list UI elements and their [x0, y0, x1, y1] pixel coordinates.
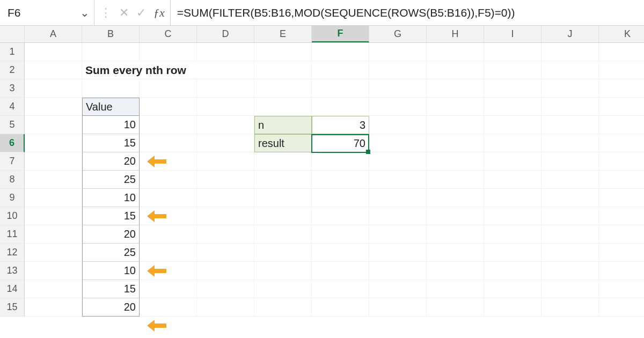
cell-A15[interactable]	[25, 298, 82, 317]
cell-I14[interactable]	[484, 280, 541, 298]
cell-F14[interactable]	[312, 280, 369, 298]
cell-J10[interactable]	[541, 207, 599, 225]
cell-A1[interactable]	[25, 43, 82, 61]
cell-C5[interactable]	[140, 116, 197, 134]
row-header[interactable]: 13	[0, 262, 25, 280]
cell-D13[interactable]	[197, 262, 254, 280]
cell-D5[interactable]	[197, 116, 254, 134]
cell-E4[interactable]	[254, 98, 312, 116]
cell-A10[interactable]	[25, 207, 82, 225]
cell-D3[interactable]	[197, 79, 254, 98]
cell-J4[interactable]	[541, 98, 599, 116]
cell-K7[interactable]	[599, 152, 644, 171]
cell-I1[interactable]	[484, 43, 541, 61]
cell-I8[interactable]	[484, 171, 541, 189]
cell-G14[interactable]	[369, 280, 427, 298]
cell-H2[interactable]	[427, 61, 484, 79]
row-header[interactable]: 14	[0, 280, 25, 298]
cell-H12[interactable]	[427, 244, 484, 262]
cell-H8[interactable]	[427, 171, 484, 189]
cell-D12[interactable]	[197, 244, 254, 262]
cell-A8[interactable]	[25, 171, 82, 189]
cell-H3[interactable]	[427, 79, 484, 98]
cell-I7[interactable]	[484, 152, 541, 171]
value-cell[interactable]: 20	[82, 152, 140, 171]
cell-C4[interactable]	[140, 98, 197, 116]
cell-K12[interactable]	[599, 244, 644, 262]
cell-E11[interactable]	[254, 225, 312, 244]
cell-F13[interactable]	[312, 262, 369, 280]
cell-J3[interactable]	[541, 79, 599, 98]
cell-G2[interactable]	[369, 61, 427, 79]
cell-A13[interactable]	[25, 262, 82, 280]
cell-D8[interactable]	[197, 171, 254, 189]
cell-F11[interactable]	[312, 225, 369, 244]
cell-K9[interactable]	[599, 189, 644, 207]
cell-J12[interactable]	[541, 244, 599, 262]
row-header[interactable]: 7	[0, 152, 25, 171]
col-header-K[interactable]: K	[599, 26, 644, 42]
n-value[interactable]: 3	[312, 116, 369, 134]
cell-J8[interactable]	[541, 171, 599, 189]
row-header[interactable]: 9	[0, 189, 25, 207]
cell-H10[interactable]	[427, 207, 484, 225]
cell-F12[interactable]	[312, 244, 369, 262]
cell-F10[interactable]	[312, 207, 369, 225]
name-box[interactable]	[6, 6, 65, 20]
cell-C11[interactable]	[140, 225, 197, 244]
cell-G11[interactable]	[369, 225, 427, 244]
cell-J2[interactable]	[541, 61, 599, 79]
cell-C9[interactable]	[140, 189, 197, 207]
grid[interactable]: 1 2 Sum every nth row 3	[0, 43, 644, 317]
cell-I5[interactable]	[484, 116, 541, 134]
cell-E3[interactable]	[254, 79, 312, 98]
cell-K11[interactable]	[599, 225, 644, 244]
cell-J1[interactable]	[541, 43, 599, 61]
cell-C3[interactable]	[140, 79, 197, 98]
cell-J15[interactable]	[541, 298, 599, 317]
cell-I12[interactable]	[484, 244, 541, 262]
cell-J9[interactable]	[541, 189, 599, 207]
cell-C6[interactable]	[140, 134, 197, 152]
cell-C12[interactable]	[140, 244, 197, 262]
cell-H1[interactable]	[427, 43, 484, 61]
col-header-J[interactable]: J	[541, 26, 599, 42]
cell-C8[interactable]	[140, 171, 197, 189]
row-header[interactable]: 8	[0, 171, 25, 189]
cell-A12[interactable]	[25, 244, 82, 262]
cell-H9[interactable]	[427, 189, 484, 207]
cancel-icon[interactable]: ✕	[119, 6, 129, 20]
cell-D14[interactable]	[197, 280, 254, 298]
cell-F4[interactable]	[312, 98, 369, 116]
formula-input[interactable]	[171, 6, 644, 19]
cell-D6[interactable]	[197, 134, 254, 152]
cell-E9[interactable]	[254, 189, 312, 207]
cell-D10[interactable]	[197, 207, 254, 225]
cell-I13[interactable]	[484, 262, 541, 280]
value-cell[interactable]: 10	[82, 116, 140, 134]
cell-I6[interactable]	[484, 134, 541, 152]
row-header[interactable]: 4	[0, 98, 25, 116]
cell-A4[interactable]	[25, 98, 82, 116]
cell-H7[interactable]	[427, 152, 484, 171]
cell-D9[interactable]	[197, 189, 254, 207]
cell-G15[interactable]	[369, 298, 427, 317]
cell-A14[interactable]	[25, 280, 82, 298]
result-value[interactable]: 70	[312, 134, 369, 152]
cell-C14[interactable]	[140, 280, 197, 298]
cell-G8[interactable]	[369, 171, 427, 189]
cell-K14[interactable]	[599, 280, 644, 298]
cell-E14[interactable]	[254, 280, 312, 298]
value-cell[interactable]: 15	[82, 134, 140, 152]
value-cell[interactable]: 20	[82, 298, 140, 317]
cell-G10[interactable]	[369, 207, 427, 225]
cell-F1[interactable]	[312, 43, 369, 61]
cell-K15[interactable]	[599, 298, 644, 317]
cell-H5[interactable]	[427, 116, 484, 134]
cell-G6[interactable]	[369, 134, 427, 152]
col-header-F[interactable]: F	[312, 26, 369, 42]
row-header[interactable]: 1	[0, 43, 25, 61]
cell-G3[interactable]	[369, 79, 427, 98]
cell-C15[interactable]	[140, 298, 197, 317]
cell-F2[interactable]	[312, 61, 369, 79]
